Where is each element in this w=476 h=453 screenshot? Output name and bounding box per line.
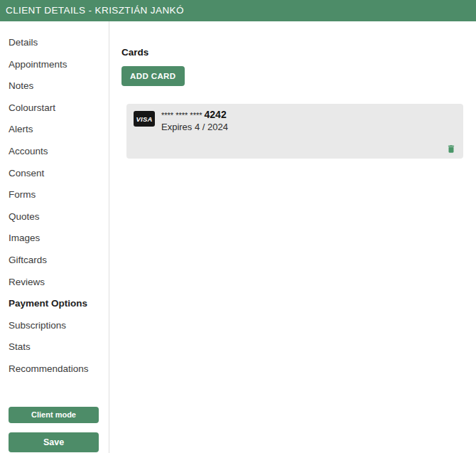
- card-expiry: Expires 4 / 2024: [161, 122, 228, 132]
- page-title: CLIENT DETAILS - KRISZTIÁN JANKÓ: [0, 0, 476, 21]
- add-card-button[interactable]: ADD CARD: [121, 66, 185, 86]
- sidebar-item-consent[interactable]: Consent: [0, 163, 109, 185]
- trash-icon: [445, 144, 457, 154]
- sidebar-item-appointments[interactable]: Appointments: [0, 54, 109, 76]
- sidebar-item-reviews[interactable]: Reviews: [0, 272, 109, 294]
- card-masked-digits: **** **** ****: [161, 111, 202, 119]
- save-button[interactable]: Save: [9, 432, 99, 452]
- card-number: **** **** **** 4242: [161, 110, 228, 121]
- card-last4: 4242: [205, 109, 227, 120]
- saved-card-item: VISA **** **** **** 4242 Expires 4 / 202…: [126, 104, 463, 159]
- sidebar-item-quotes[interactable]: Quotes: [0, 206, 109, 228]
- sidebar-item-payment-options[interactable]: Payment Options: [0, 293, 109, 315]
- sidebar-item-accounts[interactable]: Accounts: [0, 141, 109, 163]
- sidebar-item-giftcards[interactable]: Giftcards: [0, 250, 109, 272]
- sidebar: Details Appointments Notes Colourstart A…: [0, 21, 109, 453]
- sidebar-item-stats[interactable]: Stats: [0, 336, 109, 358]
- sidebar-item-colourstart[interactable]: Colourstart: [0, 97, 109, 119]
- card-info-row: VISA **** **** **** 4242 Expires 4 / 202…: [134, 110, 456, 132]
- sidebar-item-forms[interactable]: Forms: [0, 184, 109, 206]
- visa-logo: VISA: [134, 111, 155, 127]
- sidebar-item-notes[interactable]: Notes: [0, 75, 109, 97]
- sidebar-item-images[interactable]: Images: [0, 228, 109, 250]
- sidebar-item-alerts[interactable]: Alerts: [0, 119, 109, 141]
- layout: Details Appointments Notes Colourstart A…: [0, 21, 476, 453]
- card-text-block: **** **** **** 4242 Expires 4 / 2024: [161, 110, 228, 132]
- sidebar-item-recommendations[interactable]: Recommendations: [0, 358, 109, 380]
- sidebar-item-subscriptions[interactable]: Subscriptions: [0, 315, 109, 337]
- client-mode-button[interactable]: Client mode: [9, 407, 99, 423]
- sidebar-item-details[interactable]: Details: [0, 32, 109, 54]
- main-content: Cards ADD CARD VISA **** **** **** 4242 …: [109, 21, 476, 453]
- cards-section-title: Cards: [121, 47, 476, 58]
- delete-card-button[interactable]: [445, 143, 457, 155]
